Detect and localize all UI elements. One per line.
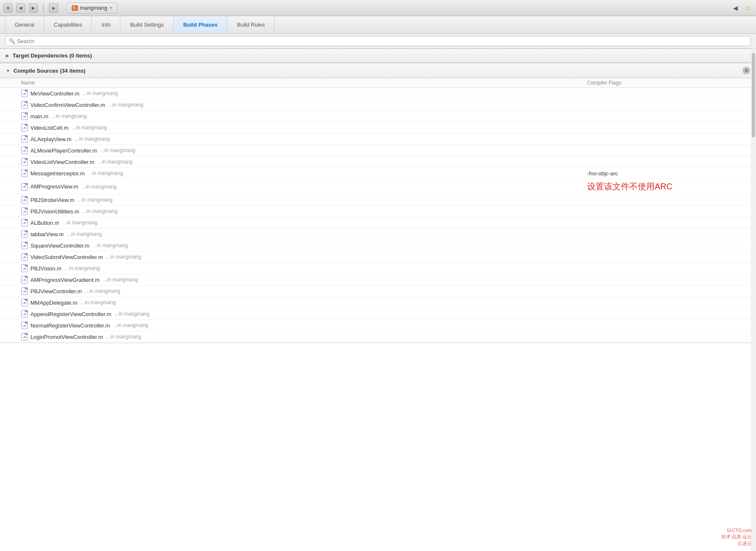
- name-column-header: Name: [21, 80, 587, 86]
- file-name-cell: .mMessageInterceptor.m...in mangmang: [21, 169, 587, 177]
- file-target: ...in mangmang: [88, 170, 123, 176]
- file-target: ...in mangmang: [106, 334, 141, 340]
- file-name: VideoListViewController.m: [30, 159, 94, 165]
- search-container: 🔍: [0, 34, 756, 49]
- file-target: ...in mangmang: [114, 311, 150, 317]
- project-name: mangmang: [80, 5, 107, 11]
- file-name-cell: .mVideoSubmitViewController.m...in mangm…: [21, 253, 587, 261]
- table-row[interactable]: .mVideoListCell.m...in mangmang: [0, 122, 756, 134]
- file-name-cell: .mmain.m...in mangmang: [21, 112, 587, 120]
- file-rows-container: .mMeViewController.m...in mangmang.mVide…: [0, 88, 756, 343]
- file-target: ...in mangmang: [67, 231, 102, 237]
- file-icon: .m: [21, 322, 28, 329]
- file-target: ...in mangmang: [98, 159, 133, 165]
- table-row[interactable]: .mPBJStrobeView.m...in mangmang: [0, 194, 756, 206]
- search-input[interactable]: [17, 38, 747, 44]
- file-name: LoginPromotViewController.m: [30, 334, 103, 340]
- tab-build-rules[interactable]: Build Rules: [227, 16, 275, 33]
- table-row[interactable]: .mtabbarView.m...in mangmang: [0, 229, 756, 240]
- table-row[interactable]: .mAppendRegisterViewController.m...in ma…: [0, 308, 756, 320]
- table-row[interactable]: .mmain.m...in mangmang: [0, 111, 756, 122]
- table-row[interactable]: .mPBJVision.m...in mangmang: [0, 263, 756, 274]
- file-name-cell: .mMMAppDelegate.m...in mangmang: [21, 299, 587, 306]
- file-name: MessageInterceptor.m: [30, 170, 85, 177]
- file-target: ...in mangmang: [65, 265, 100, 271]
- table-row[interactable]: .mVideoListViewController.m...in mangman…: [0, 156, 756, 168]
- forward-button[interactable]: ▶: [29, 3, 38, 13]
- table-row[interactable]: .mLoginPromotViewController.m...in mangm…: [0, 331, 756, 343]
- file-name-cell: .mALButton.m...in mangmang: [21, 219, 587, 226]
- file-target: ...in mangmang: [75, 136, 110, 142]
- scrollbar-track: [751, 49, 756, 551]
- section-title: Target Dependencies (0 items): [13, 52, 92, 59]
- file-target: ...in mangmang: [103, 277, 138, 283]
- file-name-cell: .mSquareViewController.m...in mangmang: [21, 242, 587, 249]
- file-icon: .m: [21, 265, 28, 272]
- table-row[interactable]: .mMMAppDelegate.m...in mangmang: [0, 297, 756, 308]
- tab-build-phases[interactable]: Build Phases: [174, 16, 228, 33]
- svg-rect-3: [73, 8, 76, 9]
- file-target: ...in mangmang: [113, 322, 148, 328]
- run-icon[interactable]: ▶: [49, 3, 58, 13]
- tab-capabilities[interactable]: Capabilities: [44, 16, 92, 33]
- file-icon: .m: [21, 242, 28, 249]
- target-selector[interactable]: mangmang ▼: [67, 3, 117, 14]
- compile-sources-header[interactable]: ▼ Compile Sources (34 items) ✕: [0, 63, 756, 78]
- warning-icon[interactable]: ⚠: [743, 3, 753, 13]
- search-bar[interactable]: 🔍: [5, 36, 751, 46]
- tab-general[interactable]: General: [5, 16, 44, 33]
- file-target: ...in mangmang: [101, 147, 136, 153]
- flags-column-header: Compiler Flags: [587, 80, 756, 86]
- table-row[interactable]: .mVideoConfirmViewController.m...in mang…: [0, 99, 756, 111]
- file-name-cell: .mPBJVision.m...in mangmang: [21, 265, 587, 272]
- file-name: VideoSubmitViewController.m: [30, 254, 103, 260]
- file-name-cell: .mPBJViewController.m...in mangmang: [21, 287, 587, 295]
- table-row[interactable]: .mALAirplayView.m...in mangmang: [0, 134, 756, 145]
- back-button[interactable]: ◀: [16, 3, 25, 13]
- target-dependencies-section: ▶ Target Dependencies (0 items): [0, 49, 756, 63]
- back-nav-icon[interactable]: ◀: [731, 3, 740, 13]
- file-target: ...in mangmang: [85, 288, 120, 294]
- table-row[interactable]: .mNormalRegisterViewController.m...in ma…: [0, 320, 756, 331]
- file-target: ...in mangmang: [106, 254, 141, 260]
- tab-bar: General Capabilities Info Build Settings…: [0, 16, 756, 34]
- compiler-flags-cell: 设置该文件不使用ARC: [587, 181, 756, 192]
- file-name: AppendRegisterViewController.m: [30, 311, 111, 317]
- file-name: PBJVisionUtilities.m: [30, 208, 79, 215]
- remove-section-button[interactable]: ✕: [742, 67, 750, 74]
- table-row[interactable]: .mAMProgressView.m...in mangmang设置该文件不使用…: [0, 179, 756, 194]
- table-row[interactable]: .mALMoviePlayerController.m...in mangman…: [0, 145, 756, 156]
- target-dependencies-header[interactable]: ▶ Target Dependencies (0 items): [0, 49, 756, 63]
- file-name: AMProgressView.m: [30, 183, 78, 190]
- table-row[interactable]: .mPBJViewController.m...in mangmang: [0, 286, 756, 297]
- svg-rect-1: [73, 6, 75, 7]
- search-icon: 🔍: [9, 38, 15, 44]
- file-icon: .m: [21, 287, 28, 295]
- file-target: ...in mangmang: [72, 125, 107, 131]
- file-name: NormalRegisterViewController.m: [30, 322, 110, 329]
- table-row[interactable]: .mMeViewController.m...in mangmang: [0, 88, 756, 99]
- file-name: PBJVision.m: [30, 265, 61, 272]
- file-name: VideoListCell.m: [30, 125, 68, 131]
- grid-icon[interactable]: ⊞: [3, 3, 13, 13]
- file-icon: .m: [21, 90, 28, 97]
- tab-build-settings[interactable]: Build Settings: [120, 16, 174, 33]
- table-row[interactable]: .mPBJVisionUtilities.m...in mangmang: [0, 206, 756, 217]
- file-icon: .m: [21, 112, 28, 120]
- file-target: ...in mangmang: [109, 102, 144, 108]
- file-name-cell: .mMeViewController.m...in mangmang: [21, 90, 587, 97]
- file-icon: .m: [21, 230, 28, 238]
- file-target: ...in mangmang: [63, 220, 98, 226]
- file-name-cell: .mNormalRegisterViewController.m...in ma…: [21, 322, 587, 329]
- file-target: ...in mangmang: [78, 197, 113, 203]
- file-name: MMAppDelegate.m: [30, 300, 77, 306]
- watermark: 51CTO.com 技术·品质·运云 亿迷云: [721, 527, 752, 547]
- tab-info[interactable]: Info: [92, 16, 120, 33]
- scrollbar-thumb[interactable]: [752, 53, 755, 137]
- file-name-cell: .mtabbarView.m...in mangmang: [21, 230, 587, 238]
- table-row[interactable]: .mSquareViewController.m...in mangmang: [0, 240, 756, 251]
- table-row[interactable]: .mALButton.m...in mangmang: [0, 217, 756, 229]
- table-row[interactable]: .mVideoSubmitViewController.m...in mangm…: [0, 251, 756, 263]
- table-row[interactable]: .mMessageInterceptor.m...in mangmang-fno…: [0, 168, 756, 179]
- table-row[interactable]: .mAMProgressViewGradient.m...in mangmang: [0, 274, 756, 286]
